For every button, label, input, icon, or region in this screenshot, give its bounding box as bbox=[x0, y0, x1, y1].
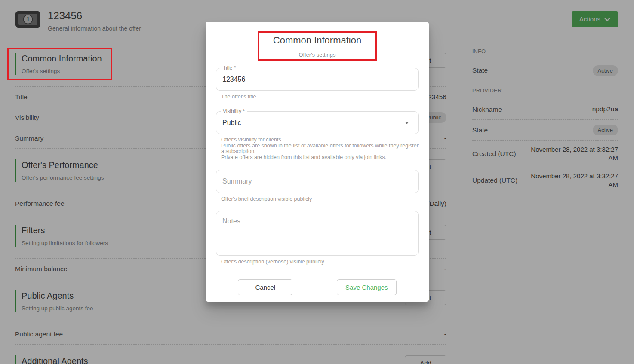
dropdown-arrow-icon bbox=[405, 122, 409, 124]
summary-field-helper: Offer's brief description visible public… bbox=[221, 196, 419, 202]
title-input[interactable] bbox=[222, 76, 412, 83]
title-field: Title * bbox=[216, 68, 419, 91]
helper-line: Private offers are hidden from this list… bbox=[221, 155, 419, 161]
summary-field bbox=[216, 170, 419, 193]
notes-textarea[interactable] bbox=[222, 217, 412, 250]
visibility-field-helper: Offer's visibility for clients. Public o… bbox=[221, 137, 419, 160]
title-field-helper: The offer's title bbox=[221, 94, 419, 100]
save-changes-button[interactable]: Save Changes bbox=[337, 279, 396, 295]
helper-line: Public offers are shown in the list of a… bbox=[221, 143, 419, 155]
visibility-field-label: Visibility * bbox=[221, 108, 247, 115]
common-information-dialog: Common Information Offer's settings Titl… bbox=[206, 22, 429, 302]
title-field-label: Title * bbox=[221, 65, 238, 71]
summary-input[interactable] bbox=[222, 177, 412, 185]
notes-field-helper: Offer's description (verbose) visible pu… bbox=[221, 259, 419, 265]
visibility-select[interactable]: Visibility * Public bbox=[216, 111, 419, 134]
cancel-button[interactable]: Cancel bbox=[238, 279, 292, 295]
notes-field bbox=[216, 211, 419, 256]
dialog-subtitle: Offer's settings bbox=[216, 52, 419, 58]
dialog-title: Common Information bbox=[216, 35, 419, 46]
visibility-selected-value: Public bbox=[222, 119, 405, 127]
helper-line: Offer's visibility for clients. bbox=[221, 137, 419, 143]
dialog-actions: Cancel Save Changes bbox=[216, 279, 419, 295]
